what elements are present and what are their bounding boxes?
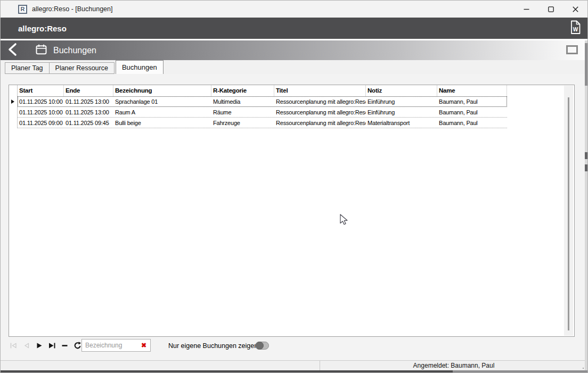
- titlebar: R allegro:Reso - [Buchungen]: [1, 1, 587, 18]
- column-header-name[interactable]: Name: [437, 85, 507, 96]
- maximize-button[interactable]: [538, 1, 563, 18]
- view-toolbar: Buchungen: [1, 40, 587, 60]
- grid-header-gutter: [9, 85, 18, 96]
- table-cell[interactable]: 01.11.2025 13:00: [64, 107, 113, 117]
- table-cell[interactable]: Fahrzeuge: [211, 118, 274, 128]
- table-body: 01.11.2025 10:0001.11.2025 13:00Sprachan…: [9, 96, 574, 128]
- clear-filter-icon[interactable]: ✖: [141, 342, 146, 349]
- table-cell[interactable]: Bulli beige: [113, 118, 211, 128]
- table-cell[interactable]: Baumann, Paul: [437, 118, 507, 128]
- table-cell[interactable]: Materialtransport: [366, 118, 437, 128]
- own-bookings-label: Nur eigene Buchungen zeigen: [168, 342, 258, 350]
- table-cell[interactable]: Ressourcenplanung mit allegro:Reso: [274, 107, 366, 117]
- svg-text:W: W: [573, 27, 578, 32]
- previous-record-button[interactable]: [22, 342, 30, 349]
- minimize-icon: [524, 6, 529, 12]
- table-cell[interactable]: Baumann, Paul: [437, 107, 507, 117]
- table-cell[interactable]: Ressourcenplanung mit allegro:Reso: [274, 96, 366, 106]
- app-header: allegro:Reso W: [1, 18, 587, 39]
- first-record-icon: [10, 342, 18, 349]
- last-record-button[interactable]: [47, 342, 56, 349]
- close-button[interactable]: [563, 1, 587, 18]
- right-edge-scrollbar[interactable]: [585, 40, 587, 370]
- window-controls: [514, 1, 587, 18]
- status-left-panel: [1, 361, 320, 370]
- row-indicator-gutter: [9, 107, 18, 118]
- column-header-bezeichnung[interactable]: Bezeichnung: [113, 85, 211, 96]
- back-button[interactable]: [6, 43, 19, 59]
- square-outline-icon[interactable]: [566, 45, 578, 54]
- page-content: Start Ende Bezeichnung R-Kategorie Titel…: [1, 74, 587, 360]
- table-cell[interactable]: Einführung: [366, 96, 437, 106]
- table-cell[interactable]: 01.11.2025 09:45: [64, 118, 113, 128]
- status-bar: Angemeldet: Baumann, Paul: [1, 360, 587, 370]
- grid-header-row: Start Ende Bezeichnung R-Kategorie Titel…: [9, 85, 574, 96]
- previous-record-icon: [23, 342, 30, 349]
- delete-record-icon: [61, 342, 68, 349]
- column-header-ende[interactable]: Ende: [64, 85, 113, 96]
- view-title: Buchungen: [53, 46, 96, 55]
- grid-scrollbar[interactable]: [564, 86, 573, 336]
- calendar-icon: [36, 44, 47, 57]
- tab-strip: Planer Tag Planer Ressource Buchungen: [1, 60, 587, 74]
- table-row[interactable]: 01.11.2025 09:0001.11.2025 09:45Bulli be…: [9, 118, 574, 128]
- tab-planer-tag[interactable]: Planer Tag: [5, 62, 50, 74]
- table-cell[interactable]: Raum A: [113, 107, 211, 117]
- row-indicator-icon: [11, 100, 14, 104]
- table-row[interactable]: 01.11.2025 10:0001.11.2025 13:00Sprachan…: [9, 96, 574, 107]
- right-edge-mark: [585, 152, 587, 159]
- app-title: allegro:Reso: [18, 24, 67, 33]
- table-cell[interactable]: 01.11.2025 10:00: [18, 96, 64, 106]
- window-title: allegro:Reso - [Buchungen]: [32, 5, 112, 13]
- tab-planer-ressource[interactable]: Planer Ressource: [50, 62, 115, 74]
- toggle-knob: [256, 342, 264, 350]
- column-header-start[interactable]: Start: [18, 85, 64, 96]
- filter-field: ✖: [81, 339, 151, 352]
- row-indicator-gutter: [9, 118, 18, 128]
- table-cell[interactable]: 01.11.2025 10:00: [18, 107, 64, 117]
- refresh-button[interactable]: [73, 342, 81, 349]
- own-bookings-toggle[interactable]: [255, 342, 269, 350]
- column-header-notiz[interactable]: Notiz: [366, 85, 437, 96]
- bottom-edge: [1, 370, 587, 372]
- filter-input[interactable]: [82, 342, 141, 349]
- document-w-icon[interactable]: W: [569, 20, 582, 37]
- data-navigator: [9, 342, 81, 349]
- mouse-cursor-icon: [340, 214, 350, 226]
- maximize-icon: [548, 6, 554, 12]
- chevron-left-icon: [6, 43, 19, 56]
- tab-buchungen[interactable]: Buchungen: [116, 60, 164, 74]
- table-cell[interactable]: Räume: [211, 107, 274, 117]
- app-window: R allegro:Reso - [Buchungen] allegro:Res…: [0, 0, 588, 373]
- minimize-button[interactable]: [514, 1, 538, 18]
- delete-record-button[interactable]: [60, 342, 69, 349]
- bookings-grid: Start Ende Bezeichnung R-Kategorie Titel…: [9, 85, 575, 337]
- right-edge-scrollbar-thumb[interactable]: [585, 43, 587, 86]
- column-header-titel[interactable]: Titel: [274, 85, 366, 96]
- table-cell[interactable]: Baumann, Paul: [437, 96, 507, 106]
- right-edge-mark: [585, 164, 587, 171]
- grid-scrollbar-thumb[interactable]: [568, 97, 569, 330]
- close-icon: [573, 6, 578, 12]
- table-cell[interactable]: 01.11.2025 13:00: [64, 96, 113, 106]
- refresh-icon: [74, 342, 81, 349]
- next-record-icon: [36, 342, 43, 349]
- logged-in-status: Angemeldet: Baumann, Paul: [320, 361, 587, 370]
- table-cell[interactable]: Ressourcenplanung mit allegro:Reso: [274, 118, 366, 128]
- next-record-button[interactable]: [35, 342, 43, 349]
- table-row[interactable]: 01.11.2025 10:0001.11.2025 13:00Raum ARä…: [9, 107, 574, 118]
- table-cell[interactable]: Multimedia: [211, 96, 274, 106]
- table-cell[interactable]: Einführung: [366, 107, 437, 117]
- table-cell[interactable]: Sprachanlage 01: [113, 96, 211, 106]
- table-cell[interactable]: 01.11.2025 09:00: [18, 118, 64, 128]
- app-logo-icon: R: [18, 5, 27, 14]
- first-record-button[interactable]: [9, 342, 18, 349]
- row-indicator-gutter: [9, 96, 18, 107]
- last-record-icon: [48, 342, 56, 349]
- column-header-r-kategorie[interactable]: R-Kategorie: [211, 85, 274, 96]
